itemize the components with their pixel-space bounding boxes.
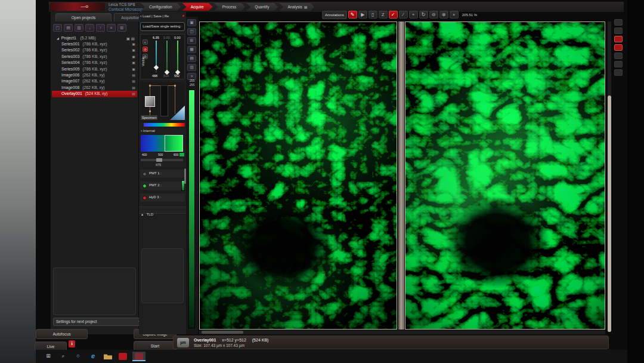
overlay-view-icon[interactable]: ▦ [187, 46, 196, 53]
edge-browser-icon[interactable]: e [88, 352, 98, 361]
project-tree-item[interactable]: Series004(786 KB, xyz) ▣ [52, 60, 137, 66]
unit-micron-button[interactable]: µm [177, 338, 189, 347]
viewer-option-3[interactable] [614, 53, 623, 59]
project-tree-item[interactable]: Overlay001(524 KB, xy) ▤ [52, 91, 137, 97]
split-view-icon[interactable]: ◫ [187, 28, 196, 35]
project-tree-item[interactable]: Series002(786 KB, xyz) ▣ [52, 47, 137, 53]
nav-tab[interactable]: Quantify [246, 3, 278, 11]
zoom-percent: 205.51 % [462, 13, 477, 17]
select-annotation-icon[interactable]: ▶ [358, 11, 367, 19]
zoom-in-icon[interactable]: ⊕ [439, 11, 448, 19]
spectrum-tick: 400 [142, 153, 147, 156]
nav-tab[interactable]: Acquire [182, 3, 213, 11]
nav-tab[interactable]: Analysis▦ [279, 3, 314, 11]
detection-spectrum-display[interactable] [141, 135, 183, 152]
lasx-app-icon[interactable] [117, 352, 128, 361]
save-project-icon[interactable]: ▥ [75, 24, 83, 32]
settings-next-project-dropdown[interactable]: Settings for next project▼ [53, 318, 144, 326]
laser-slider-552[interactable] [177, 41, 178, 73]
project-tree-item[interactable]: Image007(262 KB, xy) ▤ [52, 78, 137, 84]
nav-tab[interactable]: Configuration [141, 3, 181, 11]
laser-wavelength: 488 [152, 74, 157, 78]
delete-icon[interactable]: × [107, 24, 116, 32]
laser-slider-488[interactable] [156, 41, 157, 73]
laser-wavelength: 514 [163, 74, 169, 78]
laser-power-value: 0.00 [163, 36, 170, 39]
project-tree-item[interactable]: Image006(262 KB, xy) ▤ [52, 72, 137, 78]
horizontal-scroll-track[interactable] [199, 330, 605, 334]
gate-value: 475 [154, 163, 162, 167]
detector-state-icon[interactable] [143, 196, 147, 200]
detector-row-pmt2[interactable]: PMT 2 : [140, 182, 185, 190]
detection-range-selection[interactable] [165, 135, 183, 152]
project-root-row[interactable]: ◢ Project1 (5.2 MB) ▣▤ [52, 35, 137, 41]
viewer-option-2[interactable] [614, 27, 623, 34]
laser-slider-514[interactable] [166, 41, 168, 73]
single-view-icon[interactable]: ▣ [187, 19, 196, 26]
annotations-label[interactable]: Annotations [322, 11, 347, 19]
record-icon[interactable] [614, 36, 623, 42]
viewer-option-1[interactable] [614, 19, 623, 26]
shutter-icon[interactable]: ◐ [143, 39, 148, 45]
fit-view-icon[interactable]: × [450, 11, 459, 19]
intensity-lut-bar[interactable] [188, 90, 195, 328]
notification-dot [182, 15, 184, 17]
load-save-single-setting-button[interactable]: Load/Save single setting : [140, 22, 185, 31]
viewer-option-5[interactable] [614, 69, 623, 76]
channel-color-chip[interactable] [179, 153, 184, 156]
open-project-icon[interactable]: ▤ [64, 24, 73, 32]
fluorescence-image-left[interactable] [199, 21, 397, 330]
image-divider[interactable] [398, 21, 405, 330]
draw-annotation-icon[interactable]: ✎ [348, 11, 357, 19]
scalebar-icon[interactable]: ∕ [399, 11, 408, 19]
pan-icon[interactable]: + [409, 11, 418, 19]
gate-slider[interactable] [141, 159, 183, 161]
expand-caret-icon[interactable]: ◢ [57, 36, 59, 40]
horizontal-scrollbar[interactable] [202, 331, 243, 334]
new-project-icon[interactable]: ▢ [53, 24, 62, 32]
project-tree-item[interactable]: Series001(786 KB, xyz) ▣ [52, 41, 137, 47]
nav-tab[interactable]: Process [214, 3, 245, 11]
gate-slider-handle[interactable] [156, 158, 162, 162]
zoom-out-icon[interactable]: ⊖ [429, 11, 438, 19]
info-icon[interactable]: i [69, 340, 75, 347]
spectrum-strip [144, 123, 185, 127]
fluorescence-image-right[interactable] [405, 21, 605, 330]
windows-taskbar: ⊞ ⌕ ○ e [36, 350, 627, 363]
delete-annotation-icon[interactable]: ▯ [369, 11, 377, 19]
cortana-icon[interactable]: ○ [73, 352, 83, 361]
rotate-icon[interactable]: ↻ [419, 11, 428, 19]
tld-section-header[interactable]: ▴ TLD [139, 207, 186, 214]
viewer-option-4[interactable] [614, 61, 623, 67]
internal-section-header[interactable]: ▾ Internal [141, 129, 155, 133]
tile-view-icon[interactable]: ⊞ [187, 37, 196, 44]
vertical-scrollbar[interactable] [608, 96, 611, 332]
export-icon[interactable]: ↓ [85, 24, 94, 32]
detector-state-icon[interactable] [143, 184, 147, 188]
item-type-icon: ▣ [132, 66, 135, 72]
detector-row-hyd3[interactable]: HyD 3 : [140, 193, 185, 202]
lut-icon[interactable]: ▥ [187, 64, 196, 71]
project-tree-item[interactable]: Series003(786 KB, xyz) ▣ [52, 54, 137, 60]
file-explorer-icon[interactable] [103, 352, 113, 361]
detector-row-pmt1[interactable]: PMT 1 : [140, 170, 185, 178]
tab-open-projects[interactable]: Open projects [55, 13, 112, 21]
project-tree-item[interactable]: Image008(262 KB, xy) ▤ [52, 85, 137, 91]
start-button-icon[interactable]: ⊞ [43, 352, 54, 361]
load-save-header[interactable]: ▾ Load | Save | Re [140, 14, 169, 18]
detector-state-icon[interactable] [143, 172, 147, 176]
project-tree-item[interactable]: Series005(786 KB, xyz) ▣ [52, 66, 137, 72]
viewer-toolbar: Annotations ✎▶▯Z✓∕+↻⊖⊕× 205.51 % [322, 10, 477, 19]
snapshot-icon[interactable] [614, 44, 623, 51]
channels-icon[interactable]: ▤ [187, 55, 196, 62]
view-grid-icon[interactable]: ⊞ [117, 24, 126, 32]
project-tree: ◢ Project1 (5.2 MB) ▣▤ Series001(786 KB,… [52, 35, 137, 97]
active-app-icon[interactable] [132, 352, 145, 361]
taskbar-search-icon[interactable]: ⌕ [58, 352, 69, 361]
z-position-icon[interactable]: Z [379, 11, 388, 19]
import-icon[interactable]: ↑ [96, 24, 105, 32]
apply-annotation-icon[interactable]: ✓ [389, 11, 398, 19]
autofocus-button[interactable]: Autofocus [36, 329, 88, 339]
laser-lock-icon[interactable]: ⊘ [143, 47, 148, 52]
status-line1: Overlay001 x=512 y=512 (524 KB) [194, 338, 268, 342]
